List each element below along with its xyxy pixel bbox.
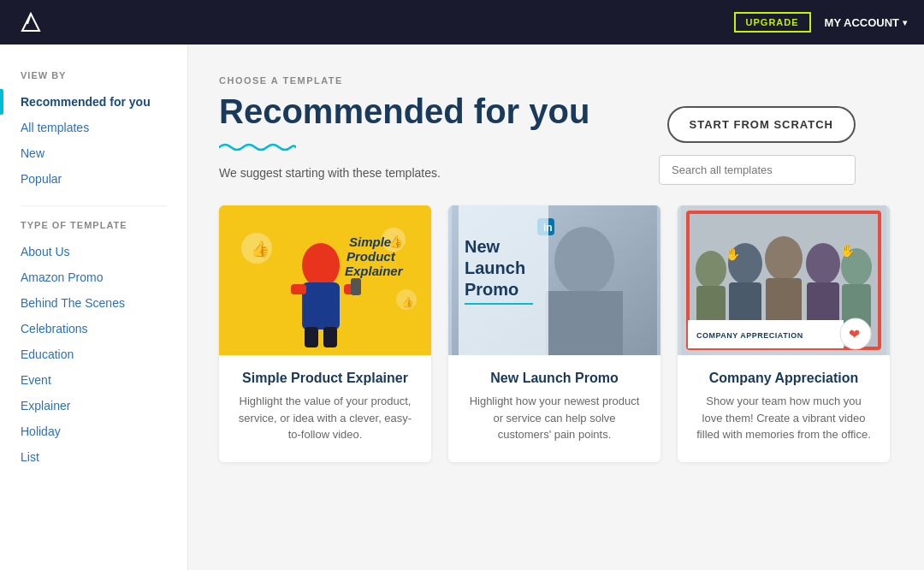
- svg-rect-11: [291, 284, 306, 294]
- view-by-label: VIEW BY: [0, 70, 187, 80]
- svg-text:Explainer: Explainer: [345, 264, 404, 278]
- card-1-title: Simple Product Explainer: [236, 371, 414, 386]
- sidebar-item-holiday[interactable]: Holiday: [0, 419, 187, 444]
- svg-text:✋: ✋: [840, 244, 856, 258]
- wavy-divider: [219, 140, 296, 154]
- card-2-description: Highlight how your newest product or ser…: [465, 393, 643, 443]
- sidebar-item-event[interactable]: Event: [0, 367, 187, 393]
- svg-text:👍: 👍: [401, 295, 414, 308]
- search-input[interactable]: [659, 155, 856, 185]
- sidebar-item-explainer[interactable]: Explainer: [0, 393, 187, 419]
- svg-rect-13: [305, 327, 318, 347]
- top-navigation: UPGRADE MY ACCOUNT ▾: [0, 0, 924, 45]
- topnav-right: UPGRADE MY ACCOUNT ▾: [734, 12, 907, 33]
- svg-rect-10: [302, 282, 340, 330]
- my-account-menu[interactable]: MY ACCOUNT ▾: [825, 16, 907, 29]
- svg-text:👍: 👍: [251, 240, 270, 258]
- svg-rect-15: [351, 278, 361, 295]
- main-layout: VIEW BY Recommended for you All template…: [0, 45, 924, 570]
- sidebar-item-new[interactable]: New: [0, 140, 187, 166]
- card-3-description: Show your team how much you love them! C…: [695, 393, 873, 443]
- card-2-title: New Launch Promo: [465, 371, 643, 386]
- sidebar-item-list[interactable]: List: [0, 444, 187, 470]
- chevron-down-icon: ▾: [903, 18, 907, 27]
- sidebar-item-education[interactable]: Education: [0, 341, 187, 367]
- main-content: START FROM SCRATCH CHOOSE A TEMPLATE Rec…: [188, 45, 924, 570]
- sidebar-item-recommended[interactable]: Recommended for you: [0, 89, 187, 115]
- svg-rect-14: [323, 327, 337, 347]
- sidebar-item-about-us[interactable]: About Us: [0, 239, 187, 264]
- my-account-label: MY ACCOUNT: [825, 16, 899, 29]
- app-logo[interactable]: [17, 9, 44, 36]
- svg-text:Launch: Launch: [465, 258, 525, 277]
- sidebar-divider: [21, 205, 167, 206]
- card-new-launch-promo[interactable]: in New Launch Promo New Launch Promo Hig…: [448, 205, 660, 462]
- card-2-thumbnail: in New Launch Promo: [448, 205, 660, 355]
- card-simple-product-explainer[interactable]: 👍 👍 👍: [219, 205, 431, 462]
- sidebar-item-all-templates[interactable]: All templates: [0, 115, 187, 140]
- svg-point-35: [765, 236, 803, 281]
- card-2-body: New Launch Promo Highlight how your newe…: [448, 355, 660, 462]
- svg-point-31: [696, 251, 726, 288]
- header-actions: START FROM SCRATCH: [659, 106, 856, 185]
- svg-point-20: [554, 227, 614, 295]
- card-3-body: Company Appreciation Show your team how …: [678, 355, 890, 462]
- content-wrapper: START FROM SCRATCH CHOOSE A TEMPLATE Rec…: [219, 75, 890, 462]
- svg-rect-21: [546, 291, 623, 355]
- sidebar-item-popular[interactable]: Popular: [0, 166, 187, 192]
- svg-point-37: [806, 243, 840, 284]
- sidebar-item-behind-the-scenes[interactable]: Behind The Scenes: [0, 290, 187, 316]
- template-cards-grid: 👍 👍 👍: [219, 205, 890, 462]
- type-of-template-label: TYPE OF TEMPLATE: [0, 220, 187, 230]
- svg-text:Product: Product: [346, 249, 396, 264]
- card-1-body: Simple Product Explainer Highlight the v…: [219, 355, 431, 462]
- sidebar: VIEW BY Recommended for you All template…: [0, 45, 188, 570]
- svg-text:❤: ❤: [849, 327, 860, 341]
- svg-text:COMPANY APPRECIATION: COMPANY APPRECIATION: [696, 331, 803, 340]
- svg-text:✋: ✋: [726, 247, 741, 262]
- card-company-appreciation[interactable]: ✋ ✋ COMPANY APPRECIATION ❤ Company Appre…: [678, 205, 890, 462]
- card-1-thumbnail: 👍 👍 👍: [219, 205, 431, 355]
- card-3-title: Company Appreciation: [695, 371, 873, 386]
- card-3-thumbnail: ✋ ✋ COMPANY APPRECIATION ❤: [678, 205, 890, 355]
- start-from-scratch-button[interactable]: START FROM SCRATCH: [667, 106, 856, 143]
- sidebar-item-celebrations[interactable]: Celebrations: [0, 316, 187, 341]
- svg-text:Promo: Promo: [465, 280, 518, 299]
- svg-text:New: New: [465, 237, 500, 256]
- svg-text:Simple: Simple: [349, 235, 391, 249]
- card-1-description: Highlight the value of your product, ser…: [236, 393, 414, 443]
- svg-point-9: [302, 243, 340, 288]
- choose-label: CHOOSE A TEMPLATE: [219, 75, 890, 86]
- sidebar-item-amazon-promo[interactable]: Amazon Promo: [0, 264, 187, 290]
- upgrade-button[interactable]: UPGRADE: [734, 12, 811, 33]
